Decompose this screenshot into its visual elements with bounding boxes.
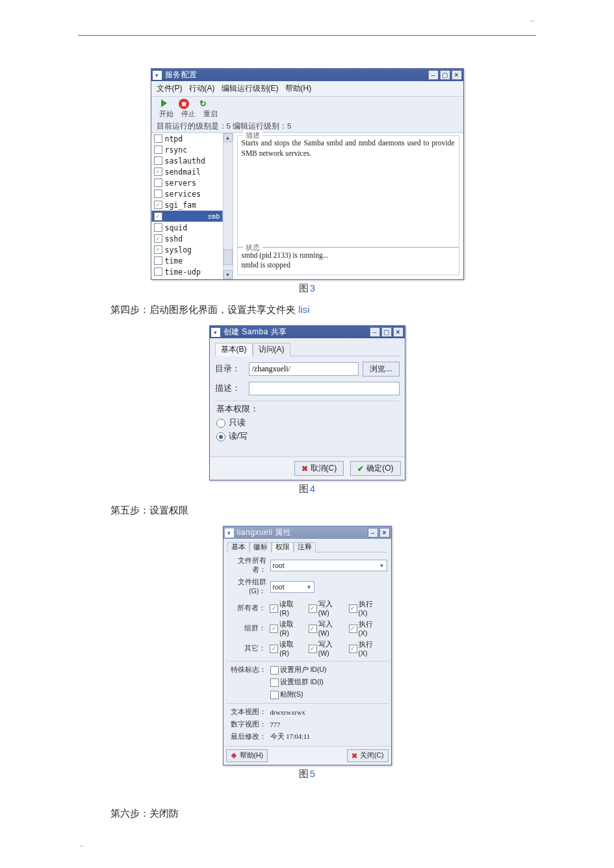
- desc-input[interactable]: [249, 382, 400, 395]
- scroll-down-icon[interactable]: ▼: [224, 270, 233, 279]
- menu-file[interactable]: 文件(P): [157, 83, 183, 94]
- setuid-checkbox[interactable]: 设置用户 ID(U): [270, 665, 327, 675]
- close-button[interactable]: ×: [379, 528, 390, 538]
- menu-runlevel[interactable]: 编辑运行级别(E): [222, 83, 279, 94]
- dir-input[interactable]: [249, 362, 359, 376]
- caption-5-pre: 图: [299, 768, 309, 779]
- numview-label: 数字视图：: [227, 720, 270, 729]
- service-item-sendmail[interactable]: ✓sendmail: [151, 166, 223, 177]
- fig3-menubar: 文件(P) 行动(A) 编辑运行级别(E) 帮助(H): [151, 81, 463, 97]
- fig4-title: 创建 Samba 共享: [224, 327, 368, 338]
- ok-label: 确定(O): [366, 463, 393, 474]
- fig3-toolbar: [151, 97, 463, 109]
- service-item-sgi_fam[interactable]: ✓sgi_fam: [151, 199, 223, 210]
- service-label: ntpd: [165, 134, 183, 143]
- tab-basic[interactable]: 基本: [227, 542, 249, 552]
- description-label: 描述: [243, 130, 262, 140]
- browse-button[interactable]: 浏览...: [363, 362, 399, 377]
- service-item-time[interactable]: time: [151, 255, 223, 266]
- stop-icon: [179, 99, 189, 109]
- chevron-down-icon: ▼: [379, 563, 385, 569]
- checkbox-icon[interactable]: [154, 134, 162, 143]
- owner-write[interactable]: ✓写入(W): [309, 600, 344, 617]
- menu-action[interactable]: 行动(A): [189, 83, 215, 94]
- perm-readwrite[interactable]: 读/写: [216, 431, 398, 442]
- scroll-grip[interactable]: [224, 249, 233, 265]
- owner-exec[interactable]: ✓执行(X): [349, 600, 382, 617]
- service-item-squid[interactable]: squid: [151, 222, 223, 233]
- ok-button[interactable]: ✔ 确定(O): [350, 461, 400, 476]
- service-item-servers[interactable]: servers: [151, 177, 223, 188]
- checkbox-icon[interactable]: [154, 156, 162, 165]
- service-scrollbar[interactable]: ▲ ▼: [224, 133, 233, 279]
- service-item-services[interactable]: services: [151, 188, 223, 199]
- checkbox-icon[interactable]: [154, 256, 162, 265]
- maximize-button[interactable]: ▢: [381, 327, 392, 337]
- close-dialog-button[interactable]: ✖ 关闭(C): [347, 749, 389, 762]
- window-menu-icon[interactable]: ▾: [153, 71, 162, 80]
- minimize-button[interactable]: –: [370, 327, 380, 337]
- group-select[interactable]: root ▼: [270, 581, 314, 593]
- window-menu-icon[interactable]: ▾: [211, 328, 220, 337]
- service-item-ntpd[interactable]: ntpd: [151, 133, 223, 144]
- page-dots-bl: ..: [79, 839, 535, 849]
- scroll-up-icon[interactable]: ▲: [224, 133, 233, 142]
- help-button[interactable]: ❖ 帮助(H): [226, 749, 268, 762]
- setgid-checkbox[interactable]: 设置组群 ID(I): [270, 678, 324, 687]
- service-label: time: [165, 256, 183, 266]
- perm-readonly[interactable]: 只读: [216, 417, 398, 428]
- cancel-button[interactable]: ✖ 取消(C): [294, 461, 344, 476]
- tab-perm[interactable]: 权限: [272, 542, 294, 552]
- checkbox-icon[interactable]: ✓: [154, 167, 162, 176]
- tab-note[interactable]: 注释: [294, 542, 316, 552]
- checkbox-icon[interactable]: ✓: [154, 245, 162, 254]
- group-write[interactable]: ✓写入(W): [309, 620, 344, 637]
- service-item-sshd[interactable]: ✓sshd: [151, 233, 223, 244]
- checkbox-icon[interactable]: ✓: [154, 234, 162, 243]
- owner-select[interactable]: root ▼: [270, 560, 387, 571]
- tb-stop[interactable]: [175, 98, 193, 110]
- perm-owner-label: 所有者：: [227, 604, 270, 613]
- fig5-actions: ❖ 帮助(H) ✖ 关闭(C): [224, 746, 391, 765]
- checkbox-icon[interactable]: [154, 179, 162, 187]
- tab-access[interactable]: 访问(A): [253, 343, 290, 356]
- checkbox-icon[interactable]: ✓: [154, 212, 162, 221]
- service-item-saslauthd[interactable]: saslauthd: [151, 155, 223, 166]
- checkbox-icon[interactable]: [154, 145, 162, 154]
- other-read[interactable]: ✓读取(R): [270, 640, 303, 657]
- menu-help[interactable]: 帮助(H): [285, 83, 312, 94]
- group-exec[interactable]: ✓执行(X): [349, 620, 382, 637]
- service-item-smb[interactable]: ✓smb: [151, 210, 223, 222]
- checkbox-icon[interactable]: [154, 223, 162, 232]
- owner-read[interactable]: ✓读取(R): [270, 600, 303, 617]
- other-exec[interactable]: ✓执行(X): [349, 640, 382, 657]
- service-list[interactable]: ntpdrsyncsaslauthd✓sendmailserversservic…: [151, 133, 224, 279]
- service-item-time-udp[interactable]: time-udp: [151, 266, 223, 277]
- close-button[interactable]: ×: [393, 327, 403, 337]
- tab-icon[interactable]: 徽标: [249, 542, 272, 552]
- fig3-window: ▾ 服务配置 – ▢ × 文件(P) 行动(A) 编辑运行级别(E) 帮助(H)…: [151, 68, 464, 280]
- tb-reload[interactable]: [194, 97, 212, 109]
- service-item-rsync[interactable]: rsync: [151, 144, 223, 155]
- service-label: squid: [165, 223, 188, 232]
- status-line-1: smbd (pid 2133) is running...: [242, 251, 455, 261]
- checkbox-icon[interactable]: [154, 267, 162, 276]
- minimize-button[interactable]: –: [428, 70, 439, 80]
- maximize-button[interactable]: ▢: [440, 70, 450, 80]
- service-label: syslog: [165, 245, 192, 254]
- tb-start[interactable]: [155, 97, 173, 109]
- window-menu-icon[interactable]: ▾: [225, 528, 234, 538]
- close-button[interactable]: ×: [452, 70, 462, 80]
- sticky-checkbox[interactable]: 粘附(S): [270, 690, 303, 699]
- minimize-button[interactable]: –: [368, 528, 378, 538]
- service-item-syslog[interactable]: ✓syslog: [151, 244, 223, 255]
- close-icon: ✖: [352, 752, 357, 760]
- other-write[interactable]: ✓写入(W): [309, 640, 344, 657]
- fig5-titlebar: ▾ liangxueli 属性 – ×: [224, 527, 391, 539]
- checkbox-icon[interactable]: [154, 190, 162, 198]
- group-read[interactable]: ✓读取(R): [270, 620, 303, 637]
- tab-basic[interactable]: 基本(B): [215, 343, 253, 356]
- checkbox-icon[interactable]: ✓: [154, 201, 162, 209]
- top-rule: [78, 35, 536, 36]
- step-4-label: 第四步：启动图形化界面，设置共享文件夹: [110, 304, 296, 315]
